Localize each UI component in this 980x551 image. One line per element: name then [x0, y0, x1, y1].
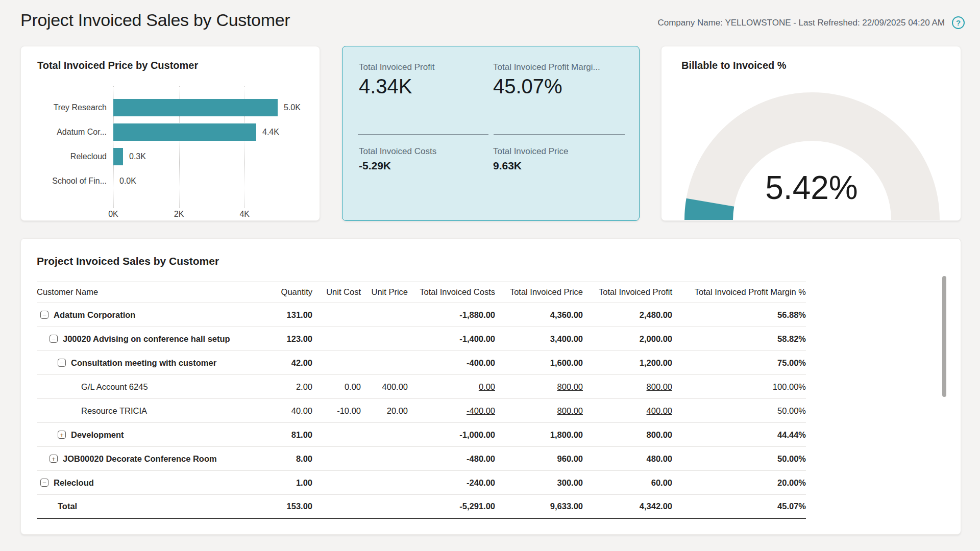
x-axis-tick: 4K	[233, 210, 256, 219]
cell-total_invoiced_costs: -1,400.00	[408, 334, 495, 344]
row-label: J00020 Advising on conference hall setup	[63, 334, 230, 344]
cell-total_invoiced_price: 1,600.00	[495, 358, 583, 368]
expand-icon[interactable]: +	[50, 455, 58, 463]
cell-unit_price[interactable]: 20.00	[361, 406, 408, 416]
table-row[interactable]: +Development81.00-1,000.001,800.00800.00…	[37, 423, 806, 447]
row-label: JOB00020 Decorate Conference Room	[63, 454, 217, 464]
kpi-total-invoiced-profit: Total Invoiced Profit 4.34K	[359, 62, 489, 97]
gauge-value: 5.42%	[662, 169, 962, 207]
help-icon[interactable]: ?	[952, 16, 965, 29]
kpi-label: Total Invoiced Profit	[359, 62, 489, 73]
cell-quantity[interactable]: 2.00	[231, 382, 312, 392]
cell-total_invoiced_price: 300.00	[495, 478, 583, 488]
column-header[interactable]: Total Invoiced Profit Margin %	[672, 287, 806, 297]
table-row[interactable]: −Relecloud1.00-240.00300.0060.0020.00%	[37, 471, 806, 495]
bar-category-label: School of Fin...	[21, 172, 107, 190]
collapse-icon[interactable]: −	[40, 311, 48, 319]
row-label: G/L Account 6245	[81, 382, 148, 392]
table-row[interactable]: Resource TRICIA40.00-10.0020.00-400.0080…	[37, 399, 806, 423]
vertical-scrollbar[interactable]	[942, 276, 946, 397]
company-refresh-text: Company Name: YELLOWSTONE - Last Refresh…	[657, 18, 945, 28]
collapse-icon[interactable]: −	[50, 335, 58, 343]
cell-quantity: 81.00	[231, 430, 312, 440]
collapse-icon[interactable]: −	[58, 359, 66, 367]
cell-total_invoiced_costs: -1,880.00	[408, 310, 495, 320]
table-row[interactable]: +JOB00020 Decorate Conference Room8.00-4…	[37, 447, 806, 471]
column-header[interactable]: Total Invoiced Costs	[408, 287, 495, 297]
collapse-icon[interactable]: −	[40, 479, 48, 487]
cell-unit_cost[interactable]: -10.00	[312, 406, 361, 416]
kpi-label: Total Invoiced Price	[493, 146, 623, 157]
row-label: Total	[58, 502, 77, 511]
column-header[interactable]: Total Invoiced Price	[495, 287, 583, 297]
table-header-row: Customer NameQuantityUnit CostUnit Price…	[37, 282, 806, 303]
table-row[interactable]: G/L Account 62452.000.00400.000.00800.00…	[37, 375, 806, 399]
kpi-value: 45.07%	[493, 75, 623, 97]
cell-total_invoiced_profit[interactable]: 400.00	[583, 406, 672, 416]
cell-quantity: 42.00	[231, 358, 312, 368]
bar-data-label: 4.4K	[262, 123, 279, 141]
bar-chart-card: Total Invoiced Price by Customer 0K2K4KT…	[20, 46, 320, 221]
column-header[interactable]: Total Invoiced Profit	[583, 287, 672, 297]
cell-total_invoiced_profit: 2,480.00	[583, 310, 672, 320]
page-title: Project Invoiced Sales by Customer	[20, 10, 290, 30]
cell-total_invoiced_price: 1,800.00	[495, 430, 583, 440]
cell-margin[interactable]: 50.00%	[672, 406, 806, 416]
table-card: Project Invoiced Sales by Customer Custo…	[20, 238, 961, 535]
cell-total_invoiced_price: 9,633.00	[495, 502, 583, 511]
bar-chart-plot: 0K2K4KTrey Research5.0KAdatum Cor...4.4K…	[21, 46, 320, 220]
cell-total_invoiced_profit: 2,000.00	[583, 334, 672, 344]
column-header[interactable]: Unit Cost	[312, 287, 361, 297]
cell-quantity: 8.00	[231, 454, 312, 464]
cell-total_invoiced_price[interactable]: 800.00	[495, 406, 583, 416]
kpi-total-invoiced-price: Total Invoiced Price 9.63K	[493, 146, 623, 172]
cell-margin: 58.82%	[672, 334, 806, 344]
cell-quantity: 123.00	[231, 334, 312, 344]
column-header[interactable]: Unit Price	[361, 287, 408, 297]
matrix-table: Customer NameQuantityUnit CostUnit Price…	[37, 282, 806, 519]
cell-total_invoiced_price: 960.00	[495, 454, 583, 464]
cell-total_invoiced_costs[interactable]: 0.00	[408, 382, 495, 392]
column-header[interactable]: Customer Name	[37, 287, 231, 297]
cell-unit_cost[interactable]: 0.00	[312, 382, 361, 392]
bar-category-label: Adatum Cor...	[21, 123, 107, 141]
bar[interactable]	[113, 99, 278, 116]
bar-data-label: 5.0K	[284, 99, 301, 116]
cell-quantity[interactable]: 40.00	[231, 406, 312, 416]
bar-category-label: Relecloud	[21, 148, 107, 165]
row-label: Resource TRICIA	[81, 406, 147, 416]
cell-quantity: 153.00	[231, 502, 312, 511]
bar[interactable]	[113, 148, 123, 165]
bar[interactable]	[113, 123, 256, 141]
cell-total_invoiced_costs: -480.00	[408, 454, 495, 464]
bar-data-label: 0.0K	[119, 172, 136, 190]
cell-margin: 20.00%	[672, 478, 806, 488]
table-row[interactable]: −J00020 Advising on conference hall setu…	[37, 327, 806, 351]
cell-unit_price[interactable]: 400.00	[361, 382, 408, 392]
cell-total_invoiced_price: 4,360.00	[495, 310, 583, 320]
kpi-total-invoiced-costs: Total Invoiced Costs -5.29K	[359, 146, 489, 172]
cell-total_invoiced_profit: 4,342.00	[583, 502, 672, 511]
cell-margin: 45.07%	[672, 502, 806, 511]
cell-total_invoiced_costs: -400.00	[408, 358, 495, 368]
column-header[interactable]: Quantity	[231, 287, 312, 297]
table-row[interactable]: −Consultation meeting with customer42.00…	[37, 351, 806, 375]
cell-total_invoiced_price[interactable]: 800.00	[495, 382, 583, 392]
cell-margin: 44.44%	[672, 430, 806, 440]
cell-margin[interactable]: 100.00%	[672, 382, 806, 392]
cell-total_invoiced_costs[interactable]: -400.00	[408, 406, 495, 416]
table-total-row[interactable]: Total153.00-5,291.009,633.004,342.0045.0…	[37, 495, 806, 519]
cell-total_invoiced_profit: 800.00	[583, 430, 672, 440]
cell-quantity: 1.00	[231, 478, 312, 488]
table-title: Project Invoiced Sales by Customer	[37, 255, 219, 267]
cell-total_invoiced_profit: 60.00	[583, 478, 672, 488]
table-row[interactable]: −Adatum Corporation131.00-1,880.004,360.…	[37, 303, 806, 327]
x-axis-tick: 2K	[168, 210, 190, 219]
expand-icon[interactable]: +	[58, 431, 66, 439]
kpi-card[interactable]: Total Invoiced Profit 4.34K Total Invoic…	[342, 46, 640, 221]
divider	[494, 134, 625, 135]
cell-total_invoiced_profit[interactable]: 800.00	[583, 382, 672, 392]
cell-total_invoiced_costs: -1,000.00	[408, 430, 495, 440]
gauge-card: Billable to Invoiced % 5.42%	[661, 46, 961, 221]
cell-quantity: 131.00	[231, 310, 312, 320]
